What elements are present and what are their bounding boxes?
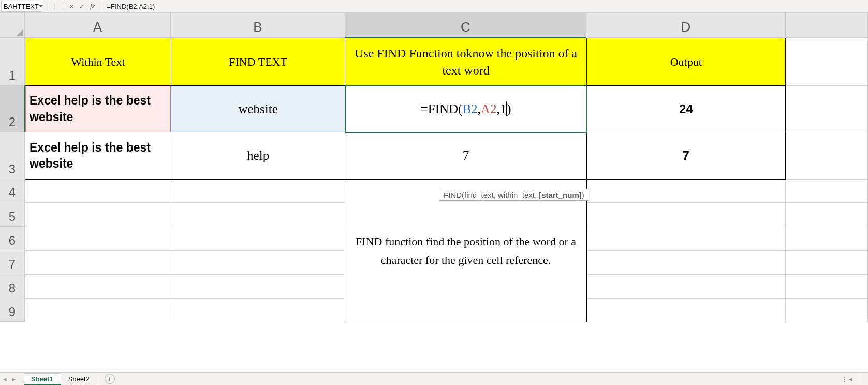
cell-D7[interactable] <box>586 251 785 275</box>
cancel-formula-button[interactable]: ✕ <box>66 1 77 11</box>
sheet-tab-sheet2[interactable]: Sheet2 <box>61 374 97 384</box>
row-header-7[interactable]: 7 <box>0 250 24 274</box>
col-header-E[interactable] <box>786 13 868 37</box>
scroll-corner <box>858 372 868 385</box>
column-headers: A B C D <box>25 13 868 38</box>
formula-text: =FIND(B2,A2,1) <box>421 102 511 116</box>
cell-B4[interactable] <box>171 180 345 203</box>
function-tooltip: FIND(find_text, within_text, [start_num]… <box>439 189 589 201</box>
cell-E7[interactable] <box>785 251 867 275</box>
tab-nav-prev-icon[interactable]: ◂ <box>0 374 9 384</box>
cell-D9[interactable] <box>586 299 785 322</box>
cell-E6[interactable] <box>785 227 867 251</box>
add-sheet-button[interactable]: + <box>105 374 115 384</box>
formula-bar: BAHTTEXT ⋮ ✕ ✓ fx =FIND(B2,A2,1) <box>0 0 868 13</box>
cell-A7[interactable] <box>25 251 171 275</box>
cell-C3[interactable]: 7 <box>345 132 586 180</box>
cell-D8[interactable] <box>586 275 785 299</box>
cell-B6[interactable] <box>171 227 345 251</box>
cell-A6[interactable] <box>25 227 171 251</box>
hscroll-indicator[interactable]: ⋮◂ <box>841 375 852 383</box>
divider <box>46 2 46 11</box>
col-header-A[interactable]: A <box>25 13 171 37</box>
cell-E2[interactable] <box>785 86 867 132</box>
select-all-corner[interactable] <box>0 13 25 38</box>
cell-E5[interactable] <box>785 203 867 227</box>
cell-B1[interactable]: FIND TEXT <box>171 38 345 86</box>
cell-B3[interactable]: help <box>171 132 345 180</box>
row-header-9[interactable]: 9 <box>0 298 24 322</box>
name-box-dropdown-icon[interactable] <box>39 5 43 7</box>
name-box-value: BAHTTEXT <box>4 3 39 10</box>
cell-D5[interactable] <box>586 203 785 227</box>
cell-D4[interactable] <box>586 180 785 203</box>
insert-function-button[interactable]: fx <box>90 2 95 10</box>
enter-formula-button[interactable]: ✓ <box>77 1 87 11</box>
row-headers: 1 2 3 4 5 6 7 8 9 <box>0 38 25 322</box>
cell-E9[interactable] <box>785 299 867 322</box>
col-header-C[interactable]: C <box>345 13 586 37</box>
cell-C2[interactable]: =FIND(B2,A2,1) <box>345 86 586 132</box>
row-header-1[interactable]: 1 <box>0 38 24 85</box>
cell-A5[interactable] <box>25 203 171 227</box>
divider <box>101 2 101 11</box>
cell-D6[interactable] <box>586 227 785 251</box>
row-header-4[interactable]: 4 <box>0 179 24 202</box>
name-box[interactable]: BAHTTEXT <box>1 1 42 12</box>
spreadsheet-area: A B C D 1 2 3 4 5 6 7 8 9 Within Text FI… <box>0 13 868 372</box>
tab-nav-next-icon[interactable]: ▸ <box>9 374 19 384</box>
row-header-3[interactable]: 3 <box>0 132 24 179</box>
row-header-8[interactable]: 8 <box>0 274 24 298</box>
cell-E4[interactable] <box>785 180 867 203</box>
cell-A1[interactable]: Within Text <box>25 38 171 86</box>
col-header-D[interactable]: D <box>586 13 786 37</box>
vertical-dots-icon: ⋮ <box>51 3 57 10</box>
cell-B2[interactable]: website <box>171 86 345 132</box>
cell-A8[interactable] <box>25 275 171 299</box>
grid: Within Text FIND TEXT Use FIND Function … <box>25 38 868 372</box>
cell-B7[interactable] <box>171 251 345 275</box>
col-header-B[interactable]: B <box>171 13 345 37</box>
sheet-tabs-bar: ◂ ▸ Sheet1 Sheet2 + ⋮◂ <box>0 372 858 385</box>
divider <box>63 2 63 11</box>
row-header-2[interactable]: 2 <box>0 85 24 132</box>
cell-B8[interactable] <box>171 275 345 299</box>
cell-C1[interactable]: Use FIND Function toknow the position of… <box>345 38 586 86</box>
row-header-6[interactable]: 6 <box>0 227 24 250</box>
cell-B9[interactable] <box>171 299 345 322</box>
cell-D3[interactable]: 7 <box>586 132 785 180</box>
cell-E1[interactable] <box>785 38 867 86</box>
cell-A3[interactable]: Excel help is the best website <box>25 132 171 180</box>
formula-bar-input[interactable]: =FIND(B2,A2,1) <box>105 2 198 11</box>
cell-D2[interactable]: 24 <box>586 86 785 132</box>
sheet-tab-sheet1[interactable]: Sheet1 <box>24 373 61 384</box>
cell-D1[interactable]: Output <box>586 38 785 86</box>
cell-B5[interactable] <box>171 203 345 227</box>
cell-A4[interactable] <box>25 180 171 203</box>
cell-E3[interactable] <box>785 132 867 180</box>
row-header-5[interactable]: 5 <box>0 202 24 227</box>
cell-A9[interactable] <box>25 299 171 322</box>
cell-A2[interactable]: Excel help is the best website <box>25 86 171 132</box>
cell-E8[interactable] <box>785 275 867 299</box>
